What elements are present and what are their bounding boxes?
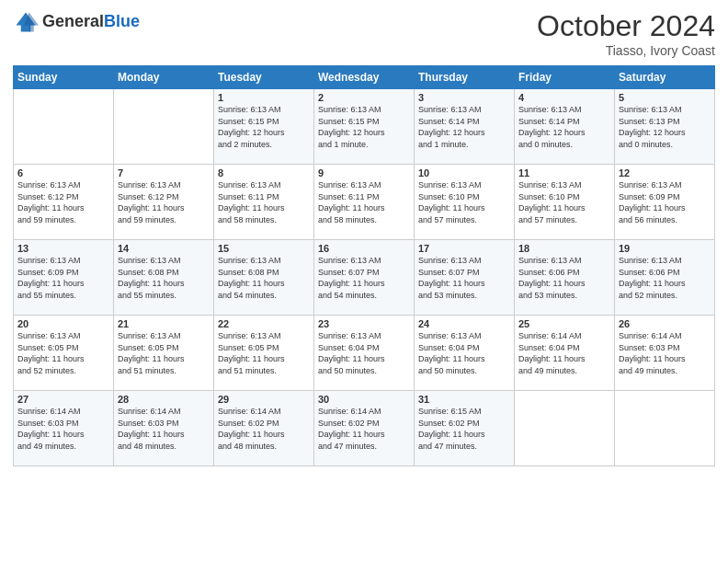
day-cell: 19Sunrise: 6:13 AM Sunset: 6:06 PM Dayli… bbox=[615, 240, 715, 316]
day-number: 20 bbox=[17, 318, 109, 329]
day-cell: 16Sunrise: 6:13 AM Sunset: 6:07 PM Dayli… bbox=[314, 240, 415, 316]
day-info: Sunrise: 6:13 AM Sunset: 6:08 PM Dayligh… bbox=[118, 255, 210, 301]
col-header-friday: Friday bbox=[515, 66, 615, 89]
day-number: 11 bbox=[518, 167, 610, 178]
day-info: Sunrise: 6:13 AM Sunset: 6:08 PM Dayligh… bbox=[218, 255, 310, 301]
day-info: Sunrise: 6:13 AM Sunset: 6:11 PM Dayligh… bbox=[218, 179, 310, 225]
day-info: Sunrise: 6:14 AM Sunset: 6:03 PM Dayligh… bbox=[619, 330, 711, 376]
day-cell: 15Sunrise: 6:13 AM Sunset: 6:08 PM Dayli… bbox=[214, 240, 314, 316]
day-info: Sunrise: 6:14 AM Sunset: 6:03 PM Dayligh… bbox=[17, 406, 109, 452]
day-cell: 3Sunrise: 6:13 AM Sunset: 6:14 PM Daylig… bbox=[415, 89, 515, 165]
day-info: Sunrise: 6:13 AM Sunset: 6:11 PM Dayligh… bbox=[318, 179, 410, 225]
logo: GeneralBlue bbox=[13, 9, 140, 35]
day-info: Sunrise: 6:14 AM Sunset: 6:02 PM Dayligh… bbox=[318, 406, 410, 452]
day-number: 3 bbox=[418, 92, 510, 103]
week-row-3: 13Sunrise: 6:13 AM Sunset: 6:09 PM Dayli… bbox=[14, 240, 715, 316]
day-cell bbox=[114, 89, 214, 165]
day-cell: 4Sunrise: 6:13 AM Sunset: 6:14 PM Daylig… bbox=[515, 89, 615, 165]
day-number: 2 bbox=[318, 92, 410, 103]
day-info: Sunrise: 6:13 AM Sunset: 6:05 PM Dayligh… bbox=[17, 330, 109, 376]
day-number: 6 bbox=[17, 167, 109, 178]
day-cell: 21Sunrise: 6:13 AM Sunset: 6:05 PM Dayli… bbox=[114, 316, 214, 391]
logo-text: GeneralBlue bbox=[42, 13, 140, 31]
week-row-4: 20Sunrise: 6:13 AM Sunset: 6:05 PM Dayli… bbox=[14, 316, 715, 391]
day-info: Sunrise: 6:13 AM Sunset: 6:09 PM Dayligh… bbox=[17, 255, 109, 301]
day-info: Sunrise: 6:13 AM Sunset: 6:10 PM Dayligh… bbox=[518, 179, 610, 225]
day-info: Sunrise: 6:13 AM Sunset: 6:06 PM Dayligh… bbox=[619, 255, 711, 301]
day-number: 4 bbox=[518, 92, 610, 103]
location-subtitle: Tiasso, Ivory Coast bbox=[537, 43, 715, 58]
day-info: Sunrise: 6:13 AM Sunset: 6:05 PM Dayligh… bbox=[218, 330, 310, 376]
title-block: October 2024 Tiasso, Ivory Coast bbox=[537, 9, 715, 58]
day-cell: 25Sunrise: 6:14 AM Sunset: 6:04 PM Dayli… bbox=[515, 316, 615, 391]
day-number: 17 bbox=[418, 243, 510, 254]
day-info: Sunrise: 6:13 AM Sunset: 6:04 PM Dayligh… bbox=[418, 330, 510, 376]
day-number: 27 bbox=[17, 394, 109, 405]
header-row: SundayMondayTuesdayWednesdayThursdayFrid… bbox=[14, 66, 715, 89]
day-number: 16 bbox=[318, 243, 410, 254]
col-header-monday: Monday bbox=[114, 66, 214, 89]
col-header-wednesday: Wednesday bbox=[314, 66, 415, 89]
day-cell: 11Sunrise: 6:13 AM Sunset: 6:10 PM Dayli… bbox=[515, 165, 615, 240]
day-number: 28 bbox=[118, 394, 210, 405]
day-number: 9 bbox=[318, 167, 410, 178]
day-cell: 9Sunrise: 6:13 AM Sunset: 6:11 PM Daylig… bbox=[314, 165, 415, 240]
day-cell: 23Sunrise: 6:13 AM Sunset: 6:04 PM Dayli… bbox=[314, 316, 415, 391]
month-title: October 2024 bbox=[537, 9, 715, 43]
day-cell: 27Sunrise: 6:14 AM Sunset: 6:03 PM Dayli… bbox=[14, 391, 114, 466]
day-number: 26 bbox=[619, 318, 711, 329]
day-cell: 7Sunrise: 6:13 AM Sunset: 6:12 PM Daylig… bbox=[114, 165, 214, 240]
day-info: Sunrise: 6:13 AM Sunset: 6:15 PM Dayligh… bbox=[218, 104, 310, 150]
day-cell: 24Sunrise: 6:13 AM Sunset: 6:04 PM Dayli… bbox=[415, 316, 515, 391]
day-number: 15 bbox=[218, 243, 310, 254]
day-cell: 31Sunrise: 6:15 AM Sunset: 6:02 PM Dayli… bbox=[415, 391, 515, 466]
day-info: Sunrise: 6:14 AM Sunset: 6:04 PM Dayligh… bbox=[518, 330, 610, 376]
day-cell: 5Sunrise: 6:13 AM Sunset: 6:13 PM Daylig… bbox=[615, 89, 715, 165]
day-cell bbox=[615, 391, 715, 466]
day-info: Sunrise: 6:14 AM Sunset: 6:03 PM Dayligh… bbox=[118, 406, 210, 452]
day-info: Sunrise: 6:13 AM Sunset: 6:14 PM Dayligh… bbox=[518, 104, 610, 150]
day-number: 29 bbox=[218, 394, 310, 405]
week-row-1: 1Sunrise: 6:13 AM Sunset: 6:15 PM Daylig… bbox=[14, 89, 715, 165]
day-info: Sunrise: 6:15 AM Sunset: 6:02 PM Dayligh… bbox=[418, 406, 510, 452]
header: GeneralBlue October 2024 Tiasso, Ivory C… bbox=[13, 9, 715, 58]
day-number: 21 bbox=[118, 318, 210, 329]
day-number: 24 bbox=[418, 318, 510, 329]
page: GeneralBlue October 2024 Tiasso, Ivory C… bbox=[0, 0, 728, 563]
col-header-tuesday: Tuesday bbox=[214, 66, 314, 89]
col-header-sunday: Sunday bbox=[14, 66, 114, 89]
day-number: 31 bbox=[418, 394, 510, 405]
day-number: 7 bbox=[118, 167, 210, 178]
day-info: Sunrise: 6:13 AM Sunset: 6:06 PM Dayligh… bbox=[518, 255, 610, 301]
day-number: 22 bbox=[218, 318, 310, 329]
day-number: 12 bbox=[619, 167, 711, 178]
day-info: Sunrise: 6:13 AM Sunset: 6:13 PM Dayligh… bbox=[619, 104, 711, 150]
day-number: 25 bbox=[518, 318, 610, 329]
day-info: Sunrise: 6:13 AM Sunset: 6:12 PM Dayligh… bbox=[17, 179, 109, 225]
day-cell: 14Sunrise: 6:13 AM Sunset: 6:08 PM Dayli… bbox=[114, 240, 214, 316]
day-cell: 10Sunrise: 6:13 AM Sunset: 6:10 PM Dayli… bbox=[415, 165, 515, 240]
day-number: 1 bbox=[218, 92, 310, 103]
day-cell: 20Sunrise: 6:13 AM Sunset: 6:05 PM Dayli… bbox=[14, 316, 114, 391]
day-info: Sunrise: 6:13 AM Sunset: 6:07 PM Dayligh… bbox=[418, 255, 510, 301]
logo-icon bbox=[13, 9, 39, 35]
day-number: 23 bbox=[318, 318, 410, 329]
day-info: Sunrise: 6:13 AM Sunset: 6:07 PM Dayligh… bbox=[318, 255, 410, 301]
week-row-5: 27Sunrise: 6:14 AM Sunset: 6:03 PM Dayli… bbox=[14, 391, 715, 466]
day-number: 30 bbox=[318, 394, 410, 405]
day-cell: 6Sunrise: 6:13 AM Sunset: 6:12 PM Daylig… bbox=[14, 165, 114, 240]
day-info: Sunrise: 6:13 AM Sunset: 6:04 PM Dayligh… bbox=[318, 330, 410, 376]
day-cell: 17Sunrise: 6:13 AM Sunset: 6:07 PM Dayli… bbox=[415, 240, 515, 316]
day-info: Sunrise: 6:13 AM Sunset: 6:12 PM Dayligh… bbox=[118, 179, 210, 225]
day-number: 19 bbox=[619, 243, 711, 254]
day-info: Sunrise: 6:13 AM Sunset: 6:09 PM Dayligh… bbox=[619, 179, 711, 225]
day-info: Sunrise: 6:13 AM Sunset: 6:05 PM Dayligh… bbox=[118, 330, 210, 376]
day-info: Sunrise: 6:13 AM Sunset: 6:14 PM Dayligh… bbox=[418, 104, 510, 150]
day-info: Sunrise: 6:13 AM Sunset: 6:15 PM Dayligh… bbox=[318, 104, 410, 150]
day-cell bbox=[14, 89, 114, 165]
week-row-2: 6Sunrise: 6:13 AM Sunset: 6:12 PM Daylig… bbox=[14, 165, 715, 240]
day-info: Sunrise: 6:14 AM Sunset: 6:02 PM Dayligh… bbox=[218, 406, 310, 452]
day-cell: 18Sunrise: 6:13 AM Sunset: 6:06 PM Dayli… bbox=[515, 240, 615, 316]
col-header-saturday: Saturday bbox=[615, 66, 715, 89]
day-cell: 8Sunrise: 6:13 AM Sunset: 6:11 PM Daylig… bbox=[214, 165, 314, 240]
